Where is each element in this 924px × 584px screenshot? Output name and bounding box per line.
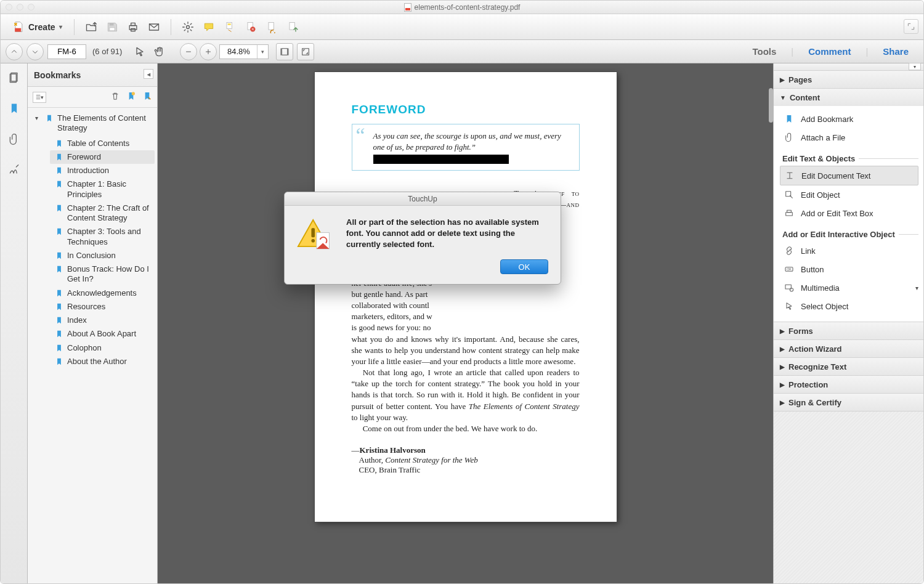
create-pdf-icon xyxy=(12,21,25,33)
comment-bubble-button[interactable] xyxy=(201,19,217,35)
bookmark-item[interactable]: Chapter 3: Tools and Techniques xyxy=(50,225,155,249)
ok-button[interactable]: OK xyxy=(500,259,548,274)
bookmark-settings-button[interactable] xyxy=(142,91,152,103)
bookmark-item[interactable]: Index xyxy=(50,314,155,327)
prev-page-button[interactable] xyxy=(6,43,23,60)
link-item[interactable]: Link xyxy=(780,241,923,260)
bookmark-item[interactable]: Introduction xyxy=(50,164,155,177)
bookmark-item[interactable]: Bonus Track: How Do I Get In? xyxy=(50,262,155,286)
signatures-rail-button[interactable] xyxy=(5,161,23,179)
bookmark-label: Foreword xyxy=(67,152,101,162)
bookmark-root[interactable]: ▾ The Elements of Content Strategy xyxy=(30,112,155,136)
panel-menu-button[interactable]: ▾ xyxy=(909,63,921,70)
fit-width-button[interactable] xyxy=(276,43,293,60)
new-bookmark-button[interactable] xyxy=(126,91,136,103)
button-item[interactable]: OK Button xyxy=(780,260,923,278)
bookmark-item[interactable]: About the Author xyxy=(50,355,155,368)
pages-section[interactable]: ▶Pages xyxy=(774,71,923,88)
bookmark-item[interactable]: Resources xyxy=(50,300,155,314)
save-button[interactable] xyxy=(104,19,120,35)
export-page-button[interactable] xyxy=(285,19,301,35)
settings-button[interactable] xyxy=(180,19,196,35)
edit-document-text-item[interactable]: Edit Document Text xyxy=(780,166,918,185)
recognize-text-section[interactable]: ▶Recognize Text xyxy=(774,358,923,375)
select-tool-button[interactable] xyxy=(132,44,148,60)
bookmark-icon xyxy=(55,302,63,311)
svg-rect-9 xyxy=(227,23,230,25)
svg-point-34 xyxy=(790,288,793,291)
bookmark-label: Chapter 3: Tools and Techniques xyxy=(67,227,152,247)
multimedia-icon xyxy=(784,282,795,293)
forms-section[interactable]: ▶Forms xyxy=(774,322,923,339)
chevron-down-icon[interactable]: ▾ xyxy=(915,285,918,291)
open-button[interactable] xyxy=(83,19,99,35)
bookmark-label: Colophon xyxy=(67,343,102,353)
dialog-message: All or part of the selection has no avai… xyxy=(346,217,548,251)
fit-page-button[interactable] xyxy=(297,43,314,60)
page-heading: FOREWORD xyxy=(352,103,580,116)
action-wizard-section[interactable]: ▶Action Wizard xyxy=(774,340,923,357)
collapse-panel-button[interactable]: ◂ xyxy=(144,69,153,79)
create-button[interactable]: Create ▾ xyxy=(6,18,69,36)
fullscreen-button[interactable] xyxy=(904,19,918,34)
svg-rect-3 xyxy=(129,25,137,30)
pdf-file-icon xyxy=(404,3,411,12)
content-section[interactable]: ▼Content xyxy=(774,89,923,106)
bookmark-item[interactable]: Chapter 1: Basic Principles xyxy=(50,177,155,201)
zoom-in-button[interactable] xyxy=(200,43,217,60)
zoom-value: 84.8% xyxy=(220,47,257,56)
document-viewer[interactable]: FOREWORD “ As you can see, the scourge i… xyxy=(158,63,773,584)
next-page-button[interactable] xyxy=(26,43,44,60)
pointer-icon xyxy=(784,301,795,312)
bookmark-icon xyxy=(55,227,63,236)
email-button[interactable] xyxy=(146,19,162,35)
share-tab[interactable]: Share xyxy=(879,44,912,59)
warning-icon xyxy=(297,217,334,251)
bookmark-item[interactable]: Colophon xyxy=(50,341,155,355)
add-text-box-item[interactable]: Add or Edit Text Box xyxy=(780,204,923,222)
window-titlebar: elements-of-content-strategy.pdf xyxy=(1,1,923,14)
delete-page-button[interactable] xyxy=(243,19,259,35)
hand-tool-button[interactable] xyxy=(152,44,168,60)
left-rail xyxy=(1,63,28,584)
bookmark-icon xyxy=(55,316,63,325)
bookmarks-rail-button[interactable] xyxy=(5,99,23,118)
bookmark-item[interactable]: Table of Contents xyxy=(50,137,155,150)
select-object-item[interactable]: Select Object xyxy=(780,297,923,315)
create-label: Create xyxy=(28,22,55,32)
sign-certify-section[interactable]: ▶Sign & Certify xyxy=(774,394,923,411)
bookmark-item[interactable]: Foreword xyxy=(50,150,155,164)
zoom-out-button[interactable] xyxy=(180,43,197,60)
attach-file-item[interactable]: Attach a File xyxy=(780,128,923,147)
page-label-input[interactable] xyxy=(47,44,86,59)
edit-text-objects-label: Edit Text & Objects xyxy=(780,147,923,166)
bookmark-item[interactable]: Chapter 2: The Craft of Content Strategy xyxy=(50,201,155,225)
svg-point-7 xyxy=(186,25,189,28)
attachments-rail-button[interactable] xyxy=(5,130,23,148)
bookmark-item[interactable]: Acknowledgements xyxy=(50,286,155,300)
svg-rect-13 xyxy=(290,22,294,30)
add-bookmark-item[interactable]: Add Bookmark xyxy=(780,110,923,128)
thumbnails-rail-button[interactable] xyxy=(5,68,23,87)
multimedia-item[interactable]: Multimedia ▾ xyxy=(780,278,923,297)
highlight-button[interactable] xyxy=(222,19,238,35)
print-button[interactable] xyxy=(125,19,141,35)
viewer-scrollbar[interactable] xyxy=(769,88,773,123)
bookmarks-options-button[interactable]: ☰▾ xyxy=(33,92,46,103)
bookmarks-tree: ▾ The Elements of Content Strategy Table… xyxy=(28,108,157,584)
svg-point-23 xyxy=(132,92,135,95)
delete-bookmark-button[interactable] xyxy=(110,91,120,103)
svg-rect-1 xyxy=(109,23,113,25)
rotate-page-button[interactable] xyxy=(264,19,280,35)
redacted-attribution xyxy=(373,155,509,164)
comment-tab[interactable]: Comment xyxy=(804,44,854,59)
zoom-input[interactable]: 84.8% ▾ xyxy=(219,44,269,59)
tools-tab[interactable]: Tools xyxy=(748,44,780,59)
disclosure-triangle-icon[interactable]: ▾ xyxy=(35,115,41,121)
bookmark-item[interactable]: About A Book Apart xyxy=(50,327,155,341)
edit-object-item[interactable]: Edit Object xyxy=(780,185,923,204)
chevron-down-icon[interactable]: ▾ xyxy=(257,45,268,59)
protection-section[interactable]: ▶Protection xyxy=(774,376,923,393)
page-count-label: (6 of 91) xyxy=(92,47,122,56)
bookmark-item[interactable]: In Conclusion xyxy=(50,249,155,262)
